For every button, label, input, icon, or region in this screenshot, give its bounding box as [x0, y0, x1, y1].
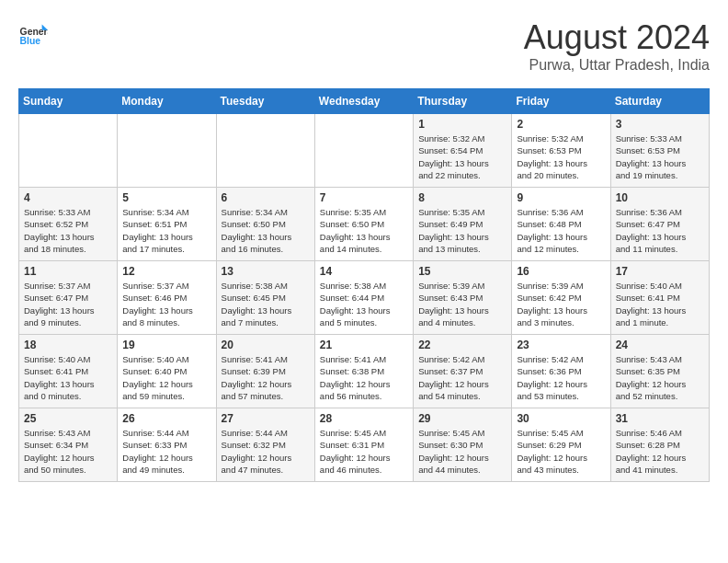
- calendar-week-3: 11Sunrise: 5:37 AM Sunset: 6:47 PM Dayli…: [19, 261, 710, 335]
- calendar-cell: 1Sunrise: 5:32 AM Sunset: 6:54 PM Daylig…: [414, 114, 512, 188]
- day-number: 9: [517, 191, 605, 204]
- calendar-cell: 21Sunrise: 5:41 AM Sunset: 6:38 PM Dayli…: [314, 335, 413, 408]
- location: Purwa, Uttar Pradesh, India: [524, 57, 710, 74]
- page-header: General Blue August 2024 Purwa, Uttar Pr…: [18, 18, 710, 74]
- calendar-cell: 22Sunrise: 5:42 AM Sunset: 6:37 PM Dayli…: [414, 335, 512, 408]
- day-info: Sunrise: 5:45 AM Sunset: 6:31 PM Dayligh…: [320, 427, 408, 476]
- day-info: Sunrise: 5:42 AM Sunset: 6:36 PM Dayligh…: [517, 353, 605, 402]
- day-info: Sunrise: 5:40 AM Sunset: 6:40 PM Dayligh…: [122, 353, 210, 402]
- svg-text:Blue: Blue: [20, 36, 41, 46]
- day-number: 31: [616, 412, 704, 425]
- calendar-cell: 31Sunrise: 5:46 AM Sunset: 6:28 PM Dayli…: [610, 408, 709, 482]
- day-info: Sunrise: 5:44 AM Sunset: 6:32 PM Dayligh…: [222, 427, 310, 476]
- day-number: 18: [24, 339, 112, 351]
- day-number: 5: [122, 191, 210, 204]
- calendar-cell: 28Sunrise: 5:45 AM Sunset: 6:31 PM Dayli…: [314, 408, 413, 482]
- day-number: 21: [320, 339, 408, 351]
- day-info: Sunrise: 5:44 AM Sunset: 6:33 PM Dayligh…: [122, 427, 210, 476]
- day-info: Sunrise: 5:35 AM Sunset: 6:50 PM Dayligh…: [320, 206, 408, 255]
- day-info: Sunrise: 5:43 AM Sunset: 6:34 PM Dayligh…: [24, 427, 112, 476]
- day-info: Sunrise: 5:38 AM Sunset: 6:45 PM Dayligh…: [222, 280, 310, 328]
- calendar-cell: 20Sunrise: 5:41 AM Sunset: 6:39 PM Dayli…: [216, 335, 314, 408]
- calendar-cell: 19Sunrise: 5:40 AM Sunset: 6:40 PM Dayli…: [118, 335, 216, 408]
- calendar-cell: 3Sunrise: 5:33 AM Sunset: 6:53 PM Daylig…: [610, 114, 709, 188]
- day-info: Sunrise: 5:36 AM Sunset: 6:48 PM Dayligh…: [517, 206, 605, 255]
- day-number: 14: [320, 265, 408, 278]
- header-row: Sunday Monday Tuesday Wednesday Thursday…: [19, 89, 710, 114]
- day-number: 7: [320, 191, 408, 204]
- calendar-cell: 29Sunrise: 5:45 AM Sunset: 6:30 PM Dayli…: [414, 408, 512, 482]
- calendar-cell: 15Sunrise: 5:39 AM Sunset: 6:43 PM Dayli…: [414, 261, 512, 335]
- calendar-cell: 16Sunrise: 5:39 AM Sunset: 6:42 PM Dayli…: [512, 261, 610, 335]
- day-number: 2: [517, 118, 605, 131]
- calendar-cell: 18Sunrise: 5:40 AM Sunset: 6:41 PM Dayli…: [19, 335, 118, 408]
- day-info: Sunrise: 5:34 AM Sunset: 6:51 PM Dayligh…: [122, 206, 210, 255]
- day-info: Sunrise: 5:32 AM Sunset: 6:53 PM Dayligh…: [517, 132, 605, 181]
- day-number: 26: [122, 412, 210, 425]
- day-info: Sunrise: 5:34 AM Sunset: 6:50 PM Dayligh…: [222, 206, 310, 255]
- calendar-cell: 6Sunrise: 5:34 AM Sunset: 6:50 PM Daylig…: [216, 188, 314, 261]
- calendar-cell: [314, 114, 413, 188]
- day-info: Sunrise: 5:40 AM Sunset: 6:41 PM Dayligh…: [24, 353, 112, 402]
- day-number: 22: [418, 339, 506, 351]
- day-number: 19: [122, 339, 210, 351]
- day-number: 12: [122, 265, 210, 278]
- calendar-cell: 23Sunrise: 5:42 AM Sunset: 6:36 PM Dayli…: [512, 335, 610, 408]
- day-number: 1: [418, 118, 506, 131]
- day-info: Sunrise: 5:41 AM Sunset: 6:38 PM Dayligh…: [320, 353, 408, 402]
- calendar-cell: [118, 114, 216, 188]
- day-number: 6: [222, 191, 310, 204]
- calendar-week-2: 4Sunrise: 5:33 AM Sunset: 6:52 PM Daylig…: [19, 188, 710, 261]
- day-number: 20: [222, 339, 310, 351]
- day-number: 3: [616, 118, 704, 131]
- day-info: Sunrise: 5:37 AM Sunset: 6:46 PM Dayligh…: [122, 280, 210, 328]
- day-number: 11: [24, 265, 112, 278]
- day-number: 15: [418, 265, 506, 278]
- day-info: Sunrise: 5:32 AM Sunset: 6:54 PM Dayligh…: [418, 132, 506, 181]
- day-info: Sunrise: 5:46 AM Sunset: 6:28 PM Dayligh…: [616, 427, 704, 476]
- logo-icon: General Blue: [18, 18, 48, 48]
- day-number: 13: [222, 265, 310, 278]
- logo: General Blue: [18, 18, 48, 48]
- day-info: Sunrise: 5:33 AM Sunset: 6:52 PM Dayligh…: [24, 206, 112, 255]
- day-info: Sunrise: 5:35 AM Sunset: 6:49 PM Dayligh…: [418, 206, 506, 255]
- col-saturday: Saturday: [610, 89, 709, 114]
- calendar-cell: 13Sunrise: 5:38 AM Sunset: 6:45 PM Dayli…: [216, 261, 314, 335]
- calendar-cell: 24Sunrise: 5:43 AM Sunset: 6:35 PM Dayli…: [610, 335, 709, 408]
- calendar-cell: 17Sunrise: 5:40 AM Sunset: 6:41 PM Dayli…: [610, 261, 709, 335]
- col-monday: Monday: [118, 89, 216, 114]
- day-number: 17: [616, 265, 704, 278]
- title-block: August 2024 Purwa, Uttar Pradesh, India: [524, 18, 710, 74]
- calendar-week-1: 1Sunrise: 5:32 AM Sunset: 6:54 PM Daylig…: [19, 114, 710, 188]
- calendar-cell: 10Sunrise: 5:36 AM Sunset: 6:47 PM Dayli…: [610, 188, 709, 261]
- day-number: 27: [222, 412, 310, 425]
- day-info: Sunrise: 5:45 AM Sunset: 6:29 PM Dayligh…: [517, 427, 605, 476]
- calendar-table: Sunday Monday Tuesday Wednesday Thursday…: [18, 88, 710, 482]
- day-number: 8: [418, 191, 506, 204]
- day-info: Sunrise: 5:45 AM Sunset: 6:30 PM Dayligh…: [418, 427, 506, 476]
- day-number: 25: [24, 412, 112, 425]
- day-info: Sunrise: 5:37 AM Sunset: 6:47 PM Dayligh…: [24, 280, 112, 328]
- calendar-cell: 5Sunrise: 5:34 AM Sunset: 6:51 PM Daylig…: [118, 188, 216, 261]
- calendar-cell: 2Sunrise: 5:32 AM Sunset: 6:53 PM Daylig…: [512, 114, 610, 188]
- calendar-week-5: 25Sunrise: 5:43 AM Sunset: 6:34 PM Dayli…: [19, 408, 710, 482]
- calendar-cell: 9Sunrise: 5:36 AM Sunset: 6:48 PM Daylig…: [512, 188, 610, 261]
- calendar-cell: 14Sunrise: 5:38 AM Sunset: 6:44 PM Dayli…: [314, 261, 413, 335]
- col-friday: Friday: [512, 89, 610, 114]
- calendar-cell: 30Sunrise: 5:45 AM Sunset: 6:29 PM Dayli…: [512, 408, 610, 482]
- day-number: 30: [517, 412, 605, 425]
- calendar-cell: 11Sunrise: 5:37 AM Sunset: 6:47 PM Dayli…: [19, 261, 118, 335]
- calendar-cell: 4Sunrise: 5:33 AM Sunset: 6:52 PM Daylig…: [19, 188, 118, 261]
- month-year: August 2024: [524, 18, 710, 57]
- day-info: Sunrise: 5:33 AM Sunset: 6:53 PM Dayligh…: [616, 132, 704, 181]
- day-number: 29: [418, 412, 506, 425]
- col-tuesday: Tuesday: [216, 89, 314, 114]
- day-number: 23: [517, 339, 605, 351]
- day-info: Sunrise: 5:36 AM Sunset: 6:47 PM Dayligh…: [616, 206, 704, 255]
- calendar-cell: [19, 114, 118, 188]
- day-info: Sunrise: 5:38 AM Sunset: 6:44 PM Dayligh…: [320, 280, 408, 328]
- col-wednesday: Wednesday: [314, 89, 413, 114]
- day-info: Sunrise: 5:42 AM Sunset: 6:37 PM Dayligh…: [418, 353, 506, 402]
- day-info: Sunrise: 5:40 AM Sunset: 6:41 PM Dayligh…: [616, 280, 704, 328]
- calendar-cell: 25Sunrise: 5:43 AM Sunset: 6:34 PM Dayli…: [19, 408, 118, 482]
